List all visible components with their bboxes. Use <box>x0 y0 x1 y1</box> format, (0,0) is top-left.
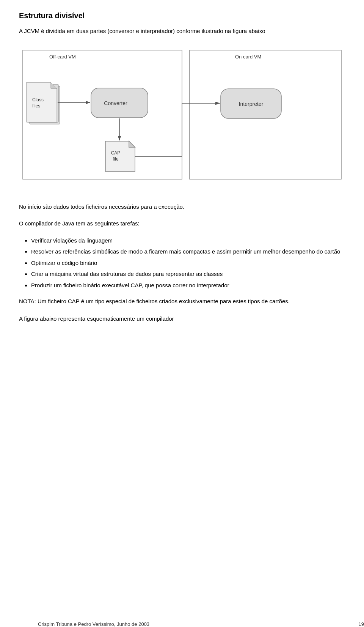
svg-marker-15 <box>129 141 135 147</box>
list-item: Produzir um ficheiro binário executável … <box>31 280 345 290</box>
list-item: Criar a máquina virtual das estruturas d… <box>31 269 345 279</box>
svg-text:Interpreter: Interpreter <box>239 101 264 107</box>
svg-text:files: files <box>32 103 40 109</box>
compiler-intro: O compilador de Java tem as seguintes ta… <box>19 219 345 228</box>
svg-text:Off-card VM: Off-card VM <box>49 54 76 60</box>
intro-text: A JCVM é dividida em duas partes (conver… <box>19 27 345 36</box>
architecture-diagram: Off-card VM On card VM Class files <box>19 46 345 192</box>
nota-text: NOTA: Um ficheiro CAP é um tipo especial… <box>19 297 345 306</box>
bullet-list: Verificar violações da linguagem Resolve… <box>19 236 345 290</box>
below-diagram-text: No início são dados todos ficheiros nece… <box>19 202 345 211</box>
list-item: Verificar violações da linguagem <box>31 236 345 246</box>
final-text: A figura abaixo representa esquematicame… <box>19 314 345 323</box>
page-title: Estrutura divisível <box>19 11 345 20</box>
svg-text:file: file <box>113 156 119 162</box>
list-item: Optimizar o código binário <box>31 258 345 268</box>
diagram-svg: Off-card VM On card VM Class files <box>19 46 345 191</box>
svg-text:Converter: Converter <box>104 100 127 106</box>
footer-page-number: 19 <box>359 621 364 627</box>
svg-text:On card VM: On card VM <box>235 54 261 60</box>
svg-text:Class: Class <box>32 97 44 102</box>
list-item: Resolver as referências simbólicas de mo… <box>31 247 345 257</box>
page-footer: Crispim Tribuna e Pedro Veríssimo, Junho… <box>19 621 364 627</box>
footer-authors: Crispim Tribuna e Pedro Veríssimo, Junho… <box>38 621 149 627</box>
svg-text:CAP: CAP <box>111 150 121 156</box>
